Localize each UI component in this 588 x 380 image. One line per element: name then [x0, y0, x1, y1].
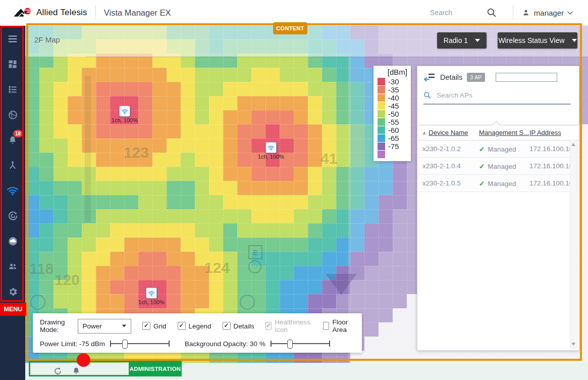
details-header: Details 3 AP	[417, 66, 579, 82]
legend-swatch	[378, 126, 385, 134]
slider-thumb[interactable]	[122, 340, 128, 349]
ap-search-row	[423, 91, 571, 105]
ap-marker[interactable]: 1ch, 100%	[138, 288, 165, 305]
legend-entry: -75	[373, 142, 411, 150]
management-state-cell: ✓Managed	[479, 145, 529, 153]
sidebar-item-cloud-services[interactable]	[0, 228, 25, 254]
grid-checkbox[interactable]: Grid	[142, 322, 167, 330]
checkbox-unchecked-icon[interactable]	[323, 322, 329, 330]
sidebar-item-menu[interactable]	[0, 26, 25, 52]
brand: Allied Telesis	[13, 6, 87, 19]
search-icon	[423, 91, 431, 100]
ap-icon[interactable]	[265, 142, 277, 153]
collapse-panel-icon[interactable]	[423, 73, 436, 81]
vista-manager-window: 2F Map Radio 1 Wireless Status View 1ch,…	[0, 0, 588, 380]
column-ip-address[interactable]: IP Address	[529, 129, 579, 136]
sidebar-item-system-settings[interactable]	[0, 279, 25, 304]
ap-icon[interactable]	[119, 106, 130, 117]
drawing-mode-select[interactable]: Power	[78, 319, 131, 334]
sidebar-item-dashboard[interactable]	[0, 52, 25, 77]
ap-icon[interactable]	[146, 288, 157, 299]
floor-area-checkbox[interactable]: Floor Area	[323, 318, 355, 334]
view-mode-label: Wireless Status View	[498, 36, 564, 44]
column-device-name[interactable]: ∧Device Name	[422, 129, 479, 136]
view-mode-button[interactable]: Wireless Status View	[498, 32, 577, 49]
wifi-icon	[121, 109, 128, 114]
sidebar-item-wireless-awc[interactable]	[0, 178, 25, 203]
sidebar-item-network-map[interactable]	[0, 102, 25, 127]
management-state-cell: ✓Managed	[479, 179, 529, 187]
global-search-input[interactable]	[429, 8, 487, 17]
check-icon: ✓	[479, 146, 485, 153]
sidebar-item-network-topology[interactable]	[0, 153, 25, 178]
table-row[interactable]: x230-2-1.0.2 ✓Managed 172.16.100.104	[417, 140, 579, 158]
users-icon	[7, 261, 18, 271]
ap-channel-label: 1ch, 100%	[258, 154, 284, 160]
wifi-icon	[7, 186, 19, 196]
legend-swatch	[378, 142, 385, 150]
user-menu[interactable]: manager	[521, 8, 573, 17]
checkbox-checked-icon[interactable]	[142, 322, 150, 330]
legend-entry: -45	[373, 102, 411, 110]
check-icon: ✓	[479, 180, 485, 187]
sidebar-item-event-log[interactable]: 18	[0, 127, 25, 153]
device-name-cell: x230-2-1.0.2	[422, 145, 479, 153]
legend-entry: -55	[373, 118, 411, 126]
brand-name: Allied Telesis	[36, 8, 87, 18]
radio-select-label: Radio 1	[444, 36, 468, 44]
chevron-down-icon	[122, 325, 126, 327]
floor-map-area: 2F Map Radio 1 Wireless Status View 1ch,…	[25, 25, 588, 363]
legend-swatch	[378, 134, 385, 142]
sidebar-item-asset-list[interactable]	[0, 77, 25, 102]
details-checkbox[interactable]: Details	[223, 322, 254, 330]
scroll-down-icon[interactable]	[571, 343, 575, 346]
main-nav-sidebar: 18	[0, 25, 25, 380]
checkbox-checked-icon[interactable]	[178, 322, 186, 330]
details-title: Details	[440, 73, 462, 81]
column-management-state[interactable]: Management S...	[479, 129, 529, 136]
sidebar-item-user-management[interactable]	[0, 254, 25, 279]
power-limit-label: Power Limit: -75 dBm	[40, 340, 105, 348]
radio-select-button[interactable]: Radio 1	[437, 32, 487, 49]
notifications-button[interactable]	[72, 366, 81, 378]
power-limit-slider[interactable]	[110, 339, 170, 348]
ap-marker[interactable]: 1ch, 100%	[112, 106, 138, 123]
checkbox-checked-icon[interactable]	[223, 322, 231, 330]
check-icon: ✓	[479, 163, 485, 170]
sort-asc-icon: ∧	[422, 130, 426, 136]
sidebar-item-sd-wan[interactable]	[0, 203, 25, 228]
bottom-toolbar	[25, 363, 588, 380]
list-icon	[8, 84, 18, 94]
table-row[interactable]: x230-2-1.0.5 ✓Managed 172.16.100.100	[417, 175, 579, 192]
bg-opacity-slider[interactable]	[271, 339, 330, 348]
global-search[interactable]	[429, 8, 505, 18]
sliders-row: Power Limit: -75 dBm Background Opacity:…	[40, 339, 355, 348]
chevron-down-icon	[572, 39, 577, 42]
legend-entry: -65	[373, 134, 411, 142]
map-controls-card: Drawing Mode: Power Grid Legend Details …	[33, 313, 362, 353]
legend-entry	[373, 150, 411, 158]
user-name: manager	[534, 9, 564, 17]
search-icon[interactable]	[487, 8, 497, 18]
slider-thumb[interactable]	[287, 340, 293, 349]
refresh-button[interactable]	[53, 366, 63, 378]
bell-icon	[72, 366, 81, 376]
hamburger-menu-icon	[7, 33, 18, 44]
scroll-up-icon[interactable]	[571, 143, 575, 146]
table-scrollbar[interactable]	[570, 140, 577, 349]
divider	[513, 6, 513, 20]
legend-entry: -50	[373, 110, 411, 118]
ap-search-input[interactable]	[436, 91, 571, 100]
table-row[interactable]: x230-2-1.0.4 ✓Managed 172.16.100.105	[417, 158, 579, 175]
device-name-cell: x230-2-1.0.4	[422, 162, 479, 170]
bg-opacity-label: Background Opacity: 30 %	[185, 340, 265, 348]
management-state-cell: ✓Managed	[479, 162, 529, 170]
ap-count-badge: 3 AP	[467, 73, 485, 82]
drawing-mode-row: Drawing Mode: Power Grid Legend Details …	[40, 318, 355, 334]
ap-marker[interactable]: 1ch, 100%	[258, 142, 284, 160]
chevron-down-icon	[475, 39, 480, 42]
legend-swatch	[378, 78, 385, 85]
panel-notch	[492, 121, 501, 130]
divider	[95, 6, 96, 20]
legend-checkbox[interactable]: Legend	[178, 322, 211, 330]
